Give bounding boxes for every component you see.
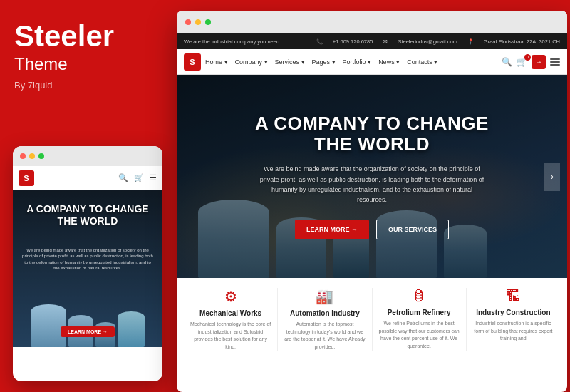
nav-arrow-button[interactable]: →	[532, 55, 546, 69]
petrolium-desc: We refine Petroliums in the best possibl…	[378, 320, 460, 350]
petrolium-title: Petrolium Refinery	[378, 309, 460, 316]
info-tagline: We are the industrial company you need	[184, 38, 305, 45]
tank-med2	[118, 311, 145, 347]
ham-line-3	[550, 64, 560, 66]
info-bar: We are the industrial company you need 📞…	[177, 33, 567, 49]
address: Graaf Florisstraat 22A, 3021 CH	[484, 38, 560, 45]
feature-mechanical: ⚙ Mechanical Works Mechanical technology…	[184, 288, 278, 351]
mobile-search-icon: 🔍	[118, 173, 128, 182]
brand-title: Steeler	[14, 21, 157, 51]
petrolium-icon: 🛢	[378, 288, 460, 304]
tank-large	[31, 304, 66, 347]
left-panel: Steeler Theme By 7iquid S 🔍 🛒 ☰	[0, 0, 171, 392]
nav-company[interactable]: Company ▾	[235, 58, 268, 66]
mobile-hero-body: We are being made aware that the organiz…	[13, 247, 162, 272]
mobile-logo: S	[19, 170, 34, 186]
dot-green	[38, 153, 44, 159]
hero-title: A COMPANY TO CHANGETHE WORLD	[255, 113, 489, 154]
brand-by: By 7iquid	[14, 80, 157, 91]
nav-icons: 🔍 🛒 0 →	[502, 55, 560, 69]
dot-yellow	[29, 153, 35, 159]
browser-window: We are the industrial company you need 📞…	[177, 11, 567, 392]
ham-line-1	[550, 58, 560, 60]
nav-services[interactable]: Services ▾	[275, 58, 305, 66]
info-bar-right: 📞 +1.609.120.6785 ✉ Steelerindus@gmail.c…	[316, 38, 560, 45]
hero-content: A COMPANY TO CHANGETHE WORLD We are bein…	[177, 75, 567, 278]
mobile-menu-icon: ☰	[150, 173, 157, 182]
phone-number: +1.609.120.6785	[333, 38, 373, 45]
browser-dot-red	[185, 19, 191, 25]
construction-title: Industry Construction	[472, 309, 554, 316]
mobile-nav: S 🔍 🛒 ☰	[13, 166, 162, 190]
learn-more-button[interactable]: LEARN MORE →	[295, 220, 369, 239]
mobile-titlebar	[13, 146, 162, 166]
hamburger-menu[interactable]	[550, 58, 560, 66]
location-icon: 📍	[467, 38, 474, 45]
feature-automation: 🏭 Automation Industry Automation is the …	[278, 288, 372, 351]
browser-dot-green	[205, 19, 211, 25]
mobile-hero: A COMPANY TO CHANGE THE WORLD We are bei…	[13, 190, 162, 347]
mobile-learn-more-button[interactable]: LEARN MORE →	[61, 326, 115, 337]
mechanical-desc: Mechanical technology is the core of ind…	[190, 321, 271, 351]
search-icon[interactable]: 🔍	[502, 57, 512, 67]
hero-next-arrow[interactable]: ›	[544, 163, 560, 191]
mobile-hero-title: A COMPANY TO CHANGE THE WORLD	[13, 203, 162, 227]
nav-portfolio[interactable]: Portfolio ▾	[343, 58, 372, 66]
automation-title: Automation Industry	[284, 309, 366, 317]
hero-body-text: We are being made aware that the organiz…	[258, 164, 486, 205]
nav-contacts[interactable]: Contacts ▾	[407, 58, 437, 66]
feature-petrolium: 🛢 Petrolium Refinery We refine Petrolium…	[373, 288, 467, 351]
hero-buttons: LEARN MORE → OUR SERVICES	[295, 220, 449, 239]
mechanical-title: Mechanical Works	[190, 309, 271, 317]
features-section: ⚙ Mechanical Works Mechanical technology…	[177, 278, 567, 351]
cart-badge: 0	[524, 54, 531, 61]
browser-titlebar	[177, 11, 567, 33]
dot-red	[20, 153, 26, 159]
automation-icon: 🏭	[284, 288, 366, 305]
cart-container: 🛒 0	[517, 57, 527, 67]
construction-desc: Industrial construction is a specific fo…	[472, 320, 554, 343]
hero-section: A COMPANY TO CHANGETHE WORLD We are bein…	[177, 75, 567, 278]
site-logo: S	[184, 53, 201, 71]
mobile-cart-icon: 🛒	[134, 173, 144, 182]
our-services-button[interactable]: OUR SERVICES	[376, 220, 449, 239]
nav-links[interactable]: Home ▾ Company ▾ Services ▾ Pages ▾ Port…	[205, 58, 497, 66]
brand-subtitle: Theme	[14, 54, 157, 74]
automation-desc: Automation is the topmost technology in …	[284, 321, 366, 351]
mechanical-icon: ⚙	[190, 288, 271, 305]
nav-news[interactable]: News ▾	[378, 58, 400, 66]
mobile-nav-icons: 🔍 🛒 ☰	[118, 173, 157, 182]
nav-pages[interactable]: Pages ▾	[312, 58, 336, 66]
ham-line-2	[550, 61, 560, 63]
email-icon: ✉	[383, 38, 388, 45]
construction-icon: 🏗	[472, 288, 554, 304]
mobile-preview-card: S 🔍 🛒 ☰ A COMPANY TO CHANGE THE WORLD We…	[13, 146, 162, 381]
feature-construction: 🏗 Industry Construction Industrial const…	[467, 288, 560, 351]
email-address: Steelerindus@gmail.com	[398, 38, 457, 45]
browser-dot-yellow	[195, 19, 201, 25]
phone-icon: 📞	[316, 38, 323, 45]
nav-home[interactable]: Home ▾	[205, 58, 228, 66]
site-nav: S Home ▾ Company ▾ Services ▾ Pages ▾ Po…	[177, 49, 567, 75]
